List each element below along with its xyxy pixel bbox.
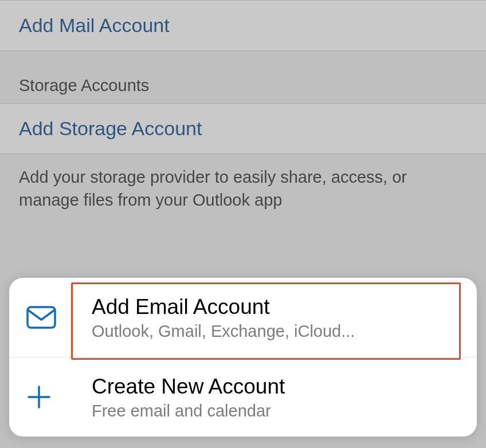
add-email-account-text: Add Email Account Outlook, Gmail, Exchan… [66, 294, 465, 341]
add-mail-account-label: Add Mail Account [19, 14, 170, 36]
create-new-account-subtitle: Free email and calendar [92, 402, 465, 421]
add-email-account-title: Add Email Account [92, 294, 465, 320]
create-new-account-option[interactable]: Create New Account Free email and calend… [9, 357, 477, 437]
add-account-action-sheet: Add Email Account Outlook, Gmail, Exchan… [9, 278, 477, 437]
create-new-account-text: Create New Account Free email and calend… [66, 374, 465, 421]
storage-footer-text: Add your storage provider to easily shar… [0, 154, 486, 234]
settings-background: Add Mail Account Storage Accounts Add St… [0, 0, 486, 234]
add-email-account-option[interactable]: Add Email Account Outlook, Gmail, Exchan… [9, 278, 477, 357]
add-mail-account-row[interactable]: Add Mail Account [0, 0, 486, 51]
storage-section-header: Storage Accounts [0, 51, 486, 103]
add-storage-account-row[interactable]: Add Storage Account [0, 103, 486, 154]
svg-rect-0 [28, 307, 55, 328]
create-new-account-title: Create New Account [92, 374, 465, 400]
plus-icon [26, 384, 66, 410]
mail-icon [26, 306, 66, 329]
add-email-account-subtitle: Outlook, Gmail, Exchange, iCloud... [92, 322, 465, 341]
add-storage-account-label: Add Storage Account [19, 117, 202, 139]
